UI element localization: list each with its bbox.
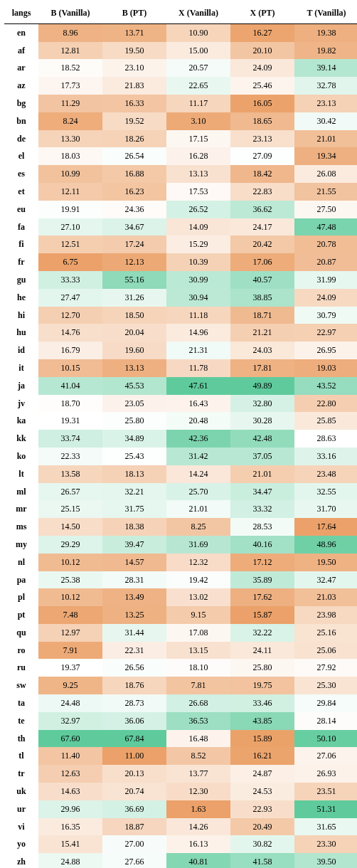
lang-cell: tr [4, 765, 38, 783]
value-cell: 10.12 [38, 554, 102, 571]
value-cell: 25.06 [294, 642, 357, 660]
value-cell: 27.47 [38, 289, 102, 307]
value-cell: 27.50 [294, 201, 357, 218]
value-cell: 16.43 [166, 395, 230, 413]
value-cell: 29.84 [294, 694, 357, 712]
value-cell: 26.93 [294, 765, 357, 783]
value-cell: 26.68 [166, 694, 230, 712]
value-cell: 27.09 [230, 147, 294, 165]
value-cell: 33.32 [230, 500, 294, 518]
table-row: he27.4731.2630.9438.8524.09 [4, 289, 357, 307]
value-cell: 22.83 [230, 183, 294, 201]
value-cell: 47.61 [166, 377, 230, 395]
value-cell: 21.01 [166, 500, 230, 518]
value-cell: 50.10 [294, 730, 357, 748]
table-row: te32.9736.0636.5343.8528.14 [4, 712, 357, 730]
value-cell: 23.51 [294, 783, 357, 800]
value-cell: 43.52 [294, 377, 357, 395]
table-row: es10.9916.8813.1318.4226.08 [4, 165, 357, 183]
value-cell: 23.05 [102, 395, 166, 413]
value-cell: 20.57 [166, 59, 230, 77]
value-cell: 20.87 [294, 253, 357, 271]
lang-cell: pt [4, 606, 38, 624]
value-cell: 7.91 [38, 642, 102, 660]
value-cell: 12.32 [166, 554, 230, 571]
lang-cell: az [4, 77, 38, 95]
lang-cell: bn [4, 112, 38, 130]
value-cell: 19.37 [38, 659, 102, 677]
value-cell: 20.42 [230, 235, 294, 253]
value-cell: 39.47 [102, 536, 166, 554]
table-header-row: langs B (Vanilla) B (PT) X (Vanilla) X (… [4, 3, 357, 23]
value-cell: 33.46 [230, 694, 294, 712]
value-cell: 16.05 [230, 95, 294, 112]
value-cell: 11.78 [166, 359, 230, 377]
table-row: vi16.3518.8714.2620.4931.65 [4, 818, 357, 836]
lang-cell: my [4, 536, 38, 554]
value-cell: 16.35 [38, 818, 102, 836]
value-cell: 14.26 [166, 818, 230, 836]
lang-cell: kk [4, 430, 38, 448]
value-cell: 39.50 [294, 853, 357, 868]
value-cell: 18.76 [102, 677, 166, 694]
value-cell: 20.13 [102, 765, 166, 783]
value-cell: 12.81 [38, 42, 102, 60]
value-cell: 30.79 [294, 307, 357, 324]
value-cell: 25.15 [38, 500, 102, 518]
col-b-pt: B (PT) [102, 3, 166, 23]
value-cell: 24.11 [230, 642, 294, 660]
value-cell: 48.96 [294, 536, 357, 554]
value-cell: 14.09 [166, 218, 230, 236]
value-cell: 31.75 [102, 500, 166, 518]
lang-cell: pl [4, 588, 38, 606]
value-cell: 24.88 [38, 853, 102, 868]
value-cell: 55.16 [102, 271, 166, 289]
value-cell: 25.38 [38, 571, 102, 589]
lang-cell: th [4, 730, 38, 748]
value-cell: 16.13 [166, 835, 230, 853]
value-cell: 47.48 [294, 218, 357, 236]
value-cell: 20.10 [230, 42, 294, 60]
table-row: gu33.3355.1630.9940.5731.99 [4, 271, 357, 289]
value-cell: 13.49 [102, 588, 166, 606]
table-row: bn8.2419.523.1018.6530.42 [4, 112, 357, 130]
value-cell: 19.31 [38, 412, 102, 430]
table-row: ml26.5732.2125.7034.4732.55 [4, 483, 357, 501]
table-row: sw9.2518.767.8119.7525.30 [4, 677, 357, 694]
table-row: kk33.7434.8942.3642.4828.63 [4, 430, 357, 448]
value-cell: 24.09 [294, 289, 357, 307]
col-x-pt: X (PT) [230, 3, 294, 23]
value-cell: 18.10 [166, 659, 230, 677]
table-row: az17.7321.8322.6525.4632.78 [4, 77, 357, 95]
value-cell: 19.03 [294, 359, 357, 377]
value-cell: 7.81 [166, 677, 230, 694]
value-cell: 1.63 [166, 800, 230, 818]
value-cell: 17.73 [38, 77, 102, 95]
value-cell: 18.50 [102, 307, 166, 324]
value-cell: 17.53 [166, 183, 230, 201]
value-cell: 26.52 [166, 201, 230, 218]
value-cell: 17.64 [294, 518, 357, 536]
value-cell: 15.29 [166, 235, 230, 253]
lang-cell: de [4, 130, 38, 148]
lang-cell: te [4, 712, 38, 730]
table-row: mr25.1531.7521.0133.3231.70 [4, 500, 357, 518]
lang-cell: ur [4, 800, 38, 818]
value-cell: 16.88 [102, 165, 166, 183]
lang-cell: lt [4, 465, 38, 483]
value-cell: 24.36 [102, 201, 166, 218]
value-cell: 25.43 [102, 448, 166, 465]
table-row: th67.6067.8416.4815.8950.10 [4, 730, 357, 748]
col-langs: langs [4, 3, 38, 23]
value-cell: 43.85 [230, 712, 294, 730]
lang-cell: en [4, 23, 38, 41]
value-cell: 36.69 [102, 800, 166, 818]
value-cell: 51.31 [294, 800, 357, 818]
value-cell: 13.77 [166, 765, 230, 783]
value-cell: 13.13 [102, 359, 166, 377]
value-cell: 9.25 [38, 677, 102, 694]
table-row: bg11.2916.3311.1716.0523.13 [4, 95, 357, 112]
lang-cell: hu [4, 324, 38, 342]
lang-cell: ar [4, 59, 38, 77]
value-cell: 14.63 [38, 783, 102, 800]
